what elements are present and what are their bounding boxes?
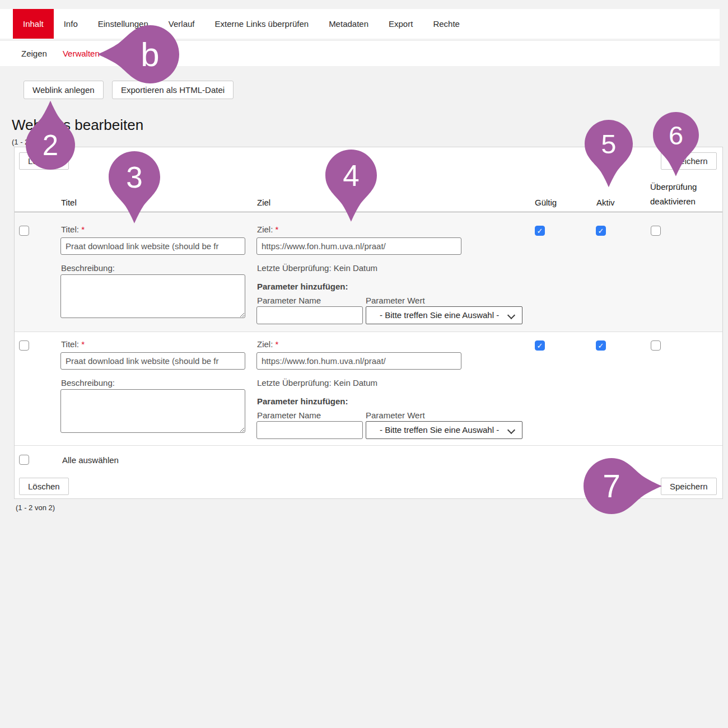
active-checkbox[interactable] (596, 340, 606, 351)
parameter-name-input[interactable] (256, 421, 363, 439)
weblinks-table: Löschen Speichern Titel Ziel Gültig Akti… (14, 147, 723, 499)
tab-metadaten[interactable]: Metadaten (319, 9, 379, 39)
delete-button-bottom[interactable]: Löschen (19, 478, 69, 495)
description-textarea[interactable] (60, 389, 245, 433)
description-textarea[interactable] (60, 274, 245, 318)
title-input[interactable] (60, 352, 245, 370)
save-button-bottom[interactable]: Speichern (661, 478, 717, 495)
parameter-value-label: Parameter Wert (366, 296, 425, 305)
active-checkbox[interactable] (596, 226, 606, 236)
description-label: Beschreibung: (61, 378, 115, 388)
row-select-checkbox[interactable] (19, 226, 29, 236)
required-marker: * (81, 339, 85, 349)
required-marker: * (276, 339, 279, 349)
parameter-name-input[interactable] (256, 306, 363, 324)
target-label: Ziel: * (257, 339, 278, 349)
required-marker: * (81, 225, 85, 234)
sub-tab-bar: Zeigen Verwalten (0, 40, 720, 66)
table-row: Titel: * Beschreibung: Ziel: * Letzte Üb… (15, 212, 722, 332)
main-tab-bar: Inhalt Info Einstellungen Verlauf Extern… (0, 9, 720, 39)
page-title: Weblinks bearbeiten (12, 116, 143, 134)
select-value: - Bitte treffen Sie eine Auswahl - (380, 310, 499, 320)
table-row: Titel: * Beschreibung: Ziel: * Letzte Üb… (15, 332, 722, 446)
select-all-checkbox[interactable] (19, 455, 29, 465)
description-label: Beschreibung: (61, 263, 115, 273)
row-select-checkbox[interactable] (19, 340, 29, 351)
tab-verlauf[interactable]: Verlauf (158, 9, 205, 39)
tab-export[interactable]: Export (379, 9, 423, 39)
parameter-name-label: Parameter Name (257, 410, 321, 420)
create-weblink-button[interactable]: Weblink anlegen (24, 81, 104, 99)
add-parameter-label: Parameter hinzufügen: (257, 396, 348, 406)
export-html-button[interactable]: Exportieren als HTML-Datei (112, 81, 234, 99)
chevron-down-icon (507, 311, 515, 319)
title-label: Titel: * (61, 339, 85, 349)
parameter-value-select[interactable]: - Bitte treffen Sie eine Auswahl - (366, 421, 522, 439)
subtab-zeigen[interactable]: Zeigen (13, 41, 55, 66)
save-button-top[interactable]: Speichern (661, 152, 717, 170)
subtab-verwalten[interactable]: Verwalten (55, 41, 108, 66)
pagination-top: (1 - 2 von 2) (12, 138, 51, 146)
last-check-text: Letzte Überprüfung: Kein Datum (257, 263, 377, 273)
pagination-bottom: (1 - 2 von 2) (16, 503, 55, 512)
last-check-text: Letzte Überprüfung: Kein Datum (257, 378, 377, 388)
chevron-down-icon (507, 426, 515, 434)
tab-rechte[interactable]: Rechte (423, 9, 470, 39)
target-input[interactable] (256, 352, 461, 370)
disable-check-checkbox[interactable] (651, 340, 661, 351)
parameter-value-label: Parameter Wert (366, 410, 425, 420)
tab-info[interactable]: Info (54, 9, 88, 39)
column-header-ziel: Ziel (257, 198, 270, 207)
title-input[interactable] (60, 237, 245, 255)
select-value: - Bitte treffen Sie eine Auswahl - (380, 425, 499, 435)
delete-button-top[interactable]: Löschen (19, 152, 69, 170)
add-parameter-label: Parameter hinzufügen: (257, 282, 348, 291)
required-marker: * (276, 225, 279, 234)
target-label: Ziel: * (257, 225, 278, 234)
tab-externe-links[interactable]: Externe Links überprüfen (205, 9, 319, 39)
column-header-gueltig: Gültig (535, 198, 557, 207)
column-header-aktiv: Aktiv (596, 198, 615, 207)
tab-inhalt[interactable]: Inhalt (13, 9, 54, 39)
valid-checkbox[interactable] (535, 226, 545, 236)
title-label: Titel: * (61, 225, 85, 234)
parameter-value-select[interactable]: - Bitte treffen Sie eine Auswahl - (366, 306, 522, 324)
select-all-label: Alle auswählen (62, 455, 119, 465)
valid-checkbox[interactable] (535, 340, 545, 351)
column-header-ueberpruefung-deaktivieren: Überprüfung deaktivieren (650, 180, 716, 209)
parameter-name-label: Parameter Name (257, 296, 321, 305)
tab-einstellungen[interactable]: Einstellungen (88, 9, 158, 39)
disable-check-checkbox[interactable] (651, 226, 661, 236)
column-header-titel: Titel (61, 198, 77, 207)
page: Inhalt Info Einstellungen Verlauf Extern… (0, 0, 728, 728)
target-input[interactable] (256, 237, 461, 255)
